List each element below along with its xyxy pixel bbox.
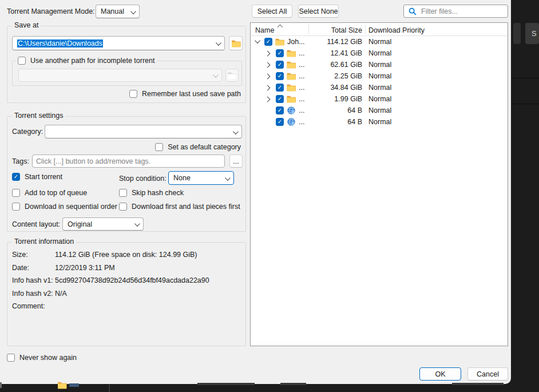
incomplete-path-checkbox[interactable]: [18, 57, 26, 65]
folder-icon: [287, 49, 296, 57]
chevron-down-icon[interactable]: [255, 38, 260, 43]
tags-edit-button[interactable]: ...: [229, 155, 243, 168]
chevron-right-icon[interactable]: [265, 85, 271, 91]
first-last-checkbox-row[interactable]: Download first and last pieces first: [119, 203, 240, 211]
file-name: ...: [299, 49, 304, 57]
chevron-down-icon: [225, 175, 231, 181]
search-icon: [409, 7, 417, 15]
background-window-button: [513, 23, 521, 44]
file-checkbox[interactable]: [264, 38, 272, 46]
tags-input[interactable]: [36, 157, 221, 165]
skip-hash-checkbox[interactable]: [119, 189, 127, 197]
ok-button[interactable]: OK: [419, 367, 461, 381]
info-value: 5cd992704738d92b24d56d34fbf49acdada22a90: [55, 276, 209, 284]
set-default-category-label: Set as default category: [168, 143, 241, 151]
chevron-right-icon[interactable]: [265, 51, 271, 57]
tree-row[interactable]: ...62.61 GiBNormal: [251, 59, 508, 70]
chevron-right-icon[interactable]: [265, 97, 271, 102]
column-separator[interactable]: [365, 25, 366, 34]
set-default-category-checkbox[interactable]: [155, 143, 163, 151]
file-checkbox[interactable]: [276, 95, 284, 103]
column-header-priority[interactable]: Download Priority: [368, 26, 425, 34]
select-all-button[interactable]: Select All: [252, 5, 292, 18]
filter-files-input[interactable]: [421, 7, 503, 15]
tree-row[interactable]: ...2.25 GiBNormal: [251, 70, 508, 82]
info-label: Info hash v2:: [12, 290, 55, 298]
chevron-down-icon: [213, 73, 219, 78]
file-checkbox[interactable]: [276, 118, 284, 126]
file-checkbox[interactable]: [276, 61, 284, 69]
management-mode-label: Torrent Management Mode:: [7, 7, 95, 15]
file-size: 34.84 GiB: [308, 84, 362, 92]
file-name: ...: [299, 106, 304, 114]
select-none-button[interactable]: Select None: [298, 5, 339, 18]
ok-button-label: OK: [435, 370, 445, 378]
search-icon: [409, 7, 417, 15]
info-row: Comment:: [12, 302, 241, 315]
folder-icon: [287, 72, 296, 80]
filter-files-field[interactable]: [403, 5, 508, 18]
file-name: ...: [299, 84, 304, 92]
column-separator[interactable]: [308, 25, 309, 34]
select-all-label: Select All: [257, 7, 287, 15]
file-checkbox[interactable]: [276, 49, 284, 57]
info-label: Info hash v1:: [12, 276, 55, 284]
category-input[interactable]: [50, 128, 228, 136]
folder-icon: [275, 38, 284, 46]
chevron-right-icon[interactable]: [265, 74, 271, 80]
start-torrent-checkbox-row[interactable]: Start torrent: [12, 173, 62, 181]
tree-row[interactable]: ...64 BNormal: [251, 116, 508, 128]
file-checkbox[interactable]: [276, 84, 284, 92]
file-checkbox[interactable]: [276, 72, 284, 80]
sequential-checkbox-row[interactable]: Download in sequential order: [12, 203, 117, 211]
file-size: 2.25 GiB: [308, 72, 362, 80]
browse-save-path-button[interactable]: [229, 36, 243, 50]
column-header-size[interactable]: Total Size: [308, 26, 362, 34]
remember-path-checkbox-row[interactable]: Remember last used save path: [129, 90, 241, 98]
cancel-button[interactable]: Cancel: [467, 367, 508, 381]
add-top-checkbox-row[interactable]: Add to top of queue: [12, 189, 87, 197]
file-checkbox[interactable]: [276, 106, 284, 114]
start-torrent-checkbox[interactable]: [12, 173, 20, 181]
info-label: Comment:: [12, 302, 55, 310]
management-mode-select[interactable]: Manual: [96, 5, 140, 18]
column-header-name[interactable]: Name: [255, 26, 274, 34]
add-top-checkbox[interactable]: [12, 189, 20, 197]
incomplete-path-checkbox-row[interactable]: Use another path for incomplete torrent: [15, 57, 157, 65]
folder-icon: [287, 49, 296, 57]
remember-path-checkbox[interactable]: [129, 90, 137, 98]
folder-icon: [275, 38, 284, 46]
tree-row[interactable]: ...64 BNormal: [251, 105, 508, 116]
chevron-right-icon[interactable]: [265, 62, 271, 68]
skip-hash-checkbox-row[interactable]: Skip hash check: [119, 189, 184, 197]
file-tree[interactable]: Name Total Size Download Priority Joh...…: [250, 22, 508, 346]
file-name: Joh...: [287, 38, 305, 46]
save-at-group: Save at C:\Users\danie\Downloads Use ano…: [7, 26, 246, 103]
stop-condition-select[interactable]: None: [168, 171, 234, 185]
file-name: ...: [299, 72, 304, 80]
never-show-checkbox[interactable]: [7, 354, 15, 362]
category-combobox[interactable]: [45, 125, 242, 138]
select-none-label: Select None: [299, 7, 338, 15]
content-layout-select[interactable]: Original: [62, 217, 144, 231]
info-row: Size:114.12 GiB (Free space on disk: 124…: [12, 251, 241, 264]
file-tree-rows: Joh...114.12 GiBNormal ...12.41 GiBNorma…: [251, 36, 508, 128]
tree-row[interactable]: Joh...114.12 GiBNormal: [251, 36, 508, 47]
sequential-checkbox[interactable]: [12, 203, 20, 211]
file-priority: Normal: [368, 61, 391, 69]
file-size: 1.99 GiB: [308, 95, 362, 103]
save-path-combobox[interactable]: C:\Users\danie\Downloads: [12, 36, 225, 50]
tags-field[interactable]: [32, 155, 225, 168]
file-tree-header[interactable]: Name Total Size Download Priority: [251, 23, 508, 36]
folder-icon: [231, 39, 241, 47]
tree-row[interactable]: ...12.41 GiBNormal: [251, 47, 508, 59]
add-torrent-dialog: Torrent Management Mode: Manual Save at …: [0, 0, 511, 384]
tree-row[interactable]: ...1.99 GiBNormal: [251, 93, 508, 105]
tree-row[interactable]: ...34.84 GiBNormal: [251, 82, 508, 93]
never-show-checkbox-row[interactable]: Never show again: [7, 354, 77, 362]
info-value: 114.12 GiB (Free space on disk: 124.99 G…: [55, 251, 197, 259]
stop-condition-value: None: [173, 174, 191, 182]
set-default-category-checkbox-row[interactable]: Set as default category: [155, 143, 241, 151]
globe-icon: [287, 106, 296, 114]
first-last-checkbox[interactable]: [119, 203, 127, 211]
